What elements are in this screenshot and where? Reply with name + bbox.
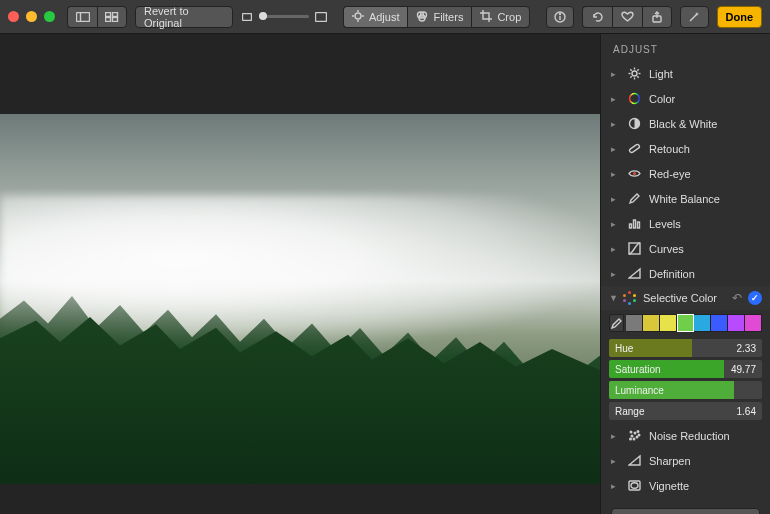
curves-icon	[627, 242, 641, 255]
tab-crop[interactable]: Crop	[471, 6, 530, 28]
slider-luminance[interactable]: Luminance	[609, 381, 762, 399]
row-label: Black & White	[649, 118, 717, 130]
swatch-7[interactable]	[745, 314, 762, 332]
disclosure-icon: ▸	[611, 69, 619, 79]
slider-hue[interactable]: Hue 2.33	[609, 339, 762, 357]
swatch-2[interactable]	[660, 314, 677, 332]
swatch-1[interactable]	[643, 314, 660, 332]
row-red-eye[interactable]: ▸ Red-eye	[601, 161, 770, 186]
svg-rect-2	[106, 12, 111, 16]
app-window: Revert to Original Adjust Filters	[0, 0, 770, 514]
minimize-window[interactable]	[26, 11, 37, 22]
svg-point-34	[633, 172, 636, 175]
thumbnails-button[interactable]	[97, 6, 127, 28]
svg-line-29	[630, 76, 631, 77]
tab-adjust-label: Adjust	[369, 11, 400, 23]
svg-point-39	[630, 431, 632, 433]
tab-adjust[interactable]: Adjust	[343, 6, 408, 28]
svg-point-43	[636, 436, 638, 438]
share-button[interactable]	[642, 6, 672, 28]
row-label: Curves	[649, 243, 684, 255]
row-color[interactable]: ▸ Color	[601, 86, 770, 111]
zoom-in-icon	[315, 12, 327, 22]
swatch-5[interactable]	[711, 314, 728, 332]
levels-icon	[627, 217, 641, 230]
slider-label: Luminance	[609, 385, 664, 396]
svg-point-40	[634, 432, 636, 434]
reset-adjustments-button[interactable]: Reset Adjustments	[611, 508, 760, 514]
row-light[interactable]: ▸ Light	[601, 61, 770, 86]
svg-line-30	[637, 69, 638, 70]
triangle-icon	[627, 267, 641, 280]
slider-value: 2.33	[737, 343, 756, 354]
done-button[interactable]: Done	[717, 6, 763, 28]
row-noise-reduction[interactable]: ▸ Noise Reduction	[601, 423, 770, 448]
row-curves[interactable]: ▸ Curves	[601, 236, 770, 261]
enabled-toggle[interactable]: ✓	[748, 291, 762, 305]
row-levels[interactable]: ▸ Levels	[601, 211, 770, 236]
row-label: Levels	[649, 218, 681, 230]
svg-point-45	[629, 438, 631, 440]
tab-filters[interactable]: Filters	[407, 6, 471, 28]
slider-saturation[interactable]: Saturation 49.77	[609, 360, 762, 378]
toolbar: Revert to Original Adjust Filters	[0, 0, 770, 34]
row-retouch[interactable]: ▸ Retouch	[601, 136, 770, 161]
selective-color-label: Selective Color	[643, 292, 726, 304]
disclosure-icon: ▸	[611, 144, 619, 154]
swatch-0[interactable]	[626, 314, 643, 332]
svg-point-42	[631, 435, 633, 437]
row-black-white[interactable]: ▸ Black & White	[601, 111, 770, 136]
svg-point-48	[631, 483, 638, 488]
bandaid-icon	[627, 142, 641, 155]
favorite-button[interactable]	[612, 6, 642, 28]
eyedropper-button[interactable]	[609, 314, 624, 332]
action-group	[582, 6, 672, 28]
slider-label: Saturation	[609, 364, 661, 375]
eyedrop-icon	[627, 192, 641, 205]
disclosure-icon: ▸	[611, 456, 619, 466]
revert-button[interactable]: Revert to Original	[135, 6, 233, 28]
svg-rect-0	[76, 12, 89, 21]
editor-body: ADJUST ▸ Light▸ Color▸ Black & White▸ Re…	[0, 34, 770, 514]
adjust-icon	[352, 10, 364, 24]
sidebar-toggle-group	[67, 6, 127, 28]
zoom-slider[interactable]	[241, 12, 327, 22]
svg-rect-5	[113, 17, 118, 21]
disclosure-icon: ▸	[611, 169, 619, 179]
row-label: Vignette	[649, 480, 689, 492]
undo-icon[interactable]: ↶	[732, 291, 742, 305]
svg-rect-35	[629, 224, 631, 228]
slider-range[interactable]: Range 1.64	[609, 402, 762, 420]
row-label: Retouch	[649, 143, 690, 155]
swatch-4[interactable]	[694, 314, 711, 332]
autoenhance-button[interactable]	[680, 6, 708, 28]
disclosure-icon: ▸	[611, 431, 619, 441]
info-button[interactable]	[546, 6, 574, 28]
svg-point-44	[633, 438, 635, 440]
slider-value: 49.77	[731, 364, 756, 375]
row-label: Light	[649, 68, 673, 80]
hide-sidebar-button[interactable]	[67, 6, 97, 28]
row-white-balance[interactable]: ▸ White Balance	[601, 186, 770, 211]
row-label: White Balance	[649, 193, 720, 205]
row-definition[interactable]: ▸ Definition	[601, 261, 770, 286]
row-label: Color	[649, 93, 675, 105]
disclosure-icon: ▸	[611, 269, 619, 279]
svg-point-22	[632, 71, 637, 76]
photo-preview	[0, 114, 600, 484]
zoom-window[interactable]	[44, 11, 55, 22]
disclosure-icon: ▸	[611, 94, 619, 104]
row-sharpen[interactable]: ▸ Sharpen	[601, 448, 770, 473]
canvas-area[interactable]	[0, 34, 600, 514]
tab-crop-label: Crop	[497, 11, 521, 23]
row-vignette[interactable]: ▸ Vignette	[601, 473, 770, 498]
triangle-icon	[627, 454, 641, 467]
svg-line-21	[690, 14, 697, 21]
swatch-6[interactable]	[728, 314, 745, 332]
grain-icon	[627, 429, 641, 442]
svg-point-41	[637, 431, 639, 433]
row-selective-color[interactable]: ▼ Selective Color ↶ ✓	[601, 286, 770, 310]
close-window[interactable]	[8, 11, 19, 22]
swatch-3[interactable]	[677, 314, 694, 332]
rotate-button[interactable]	[582, 6, 612, 28]
